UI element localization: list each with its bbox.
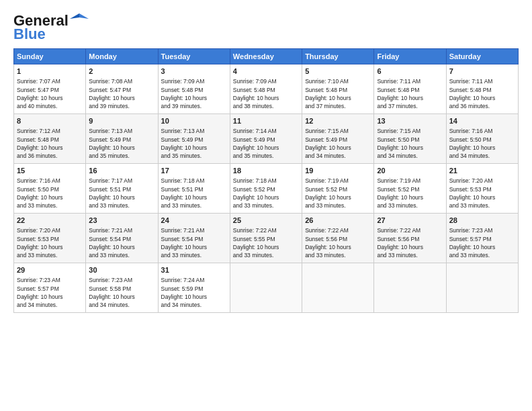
day-number: 29 xyxy=(17,265,83,275)
day-number: 15 xyxy=(17,166,83,176)
calendar-cell: 11Sunrise: 7:14 AM Sunset: 5:49 PM Dayli… xyxy=(230,114,302,164)
col-header-wednesday: Wednesday xyxy=(230,49,302,64)
day-number: 3 xyxy=(161,66,227,77)
calendar-cell: 23Sunrise: 7:21 AM Sunset: 5:54 PM Dayli… xyxy=(86,214,158,263)
calendar-cell: 1Sunrise: 7:07 AM Sunset: 5:47 PM Daylig… xyxy=(14,64,86,114)
calendar-cell: 10Sunrise: 7:13 AM Sunset: 5:49 PM Dayli… xyxy=(158,114,230,164)
day-info: Sunrise: 7:15 AM Sunset: 5:49 PM Dayligh… xyxy=(305,127,371,160)
calendar-week-4: 29Sunrise: 7:23 AM Sunset: 5:57 PM Dayli… xyxy=(14,263,519,313)
day-info: Sunrise: 7:23 AM Sunset: 5:57 PM Dayligh… xyxy=(17,276,83,309)
day-info: Sunrise: 7:13 AM Sunset: 5:49 PM Dayligh… xyxy=(89,127,154,160)
calendar-cell: 6Sunrise: 7:11 AM Sunset: 5:48 PM Daylig… xyxy=(374,64,446,114)
calendar-cell: 5Sunrise: 7:10 AM Sunset: 5:48 PM Daylig… xyxy=(302,64,374,114)
day-number: 27 xyxy=(377,216,443,226)
day-info: Sunrise: 7:19 AM Sunset: 5:52 PM Dayligh… xyxy=(377,177,443,210)
day-info: Sunrise: 7:16 AM Sunset: 5:50 PM Dayligh… xyxy=(17,177,83,210)
svg-marker-1 xyxy=(70,13,79,19)
calendar-cell: 3Sunrise: 7:09 AM Sunset: 5:48 PM Daylig… xyxy=(158,64,230,114)
calendar-cell: 15Sunrise: 7:16 AM Sunset: 5:50 PM Dayli… xyxy=(14,164,86,214)
col-header-sunday: Sunday xyxy=(14,49,86,64)
day-number: 6 xyxy=(377,66,443,77)
calendar-cell: 26Sunrise: 7:22 AM Sunset: 5:56 PM Dayli… xyxy=(302,214,374,263)
day-number: 10 xyxy=(161,116,227,126)
col-header-saturday: Saturday xyxy=(446,49,518,64)
calendar-cell: 31Sunrise: 7:24 AM Sunset: 5:59 PM Dayli… xyxy=(158,263,230,313)
day-number: 18 xyxy=(233,166,299,176)
day-info: Sunrise: 7:18 AM Sunset: 5:52 PM Dayligh… xyxy=(233,177,299,210)
day-info: Sunrise: 7:10 AM Sunset: 5:48 PM Dayligh… xyxy=(305,77,371,110)
day-info: Sunrise: 7:21 AM Sunset: 5:54 PM Dayligh… xyxy=(161,226,227,259)
calendar-week-1: 8Sunrise: 7:12 AM Sunset: 5:48 PM Daylig… xyxy=(14,114,519,164)
col-header-thursday: Thursday xyxy=(302,49,374,64)
day-number: 8 xyxy=(17,116,83,126)
day-number: 9 xyxy=(89,116,154,126)
calendar-header-row: SundayMondayTuesdayWednesdayThursdayFrid… xyxy=(14,49,519,64)
day-info: Sunrise: 7:11 AM Sunset: 5:48 PM Dayligh… xyxy=(449,77,515,110)
day-number: 1 xyxy=(17,66,83,77)
day-info: Sunrise: 7:09 AM Sunset: 5:48 PM Dayligh… xyxy=(161,77,227,110)
day-info: Sunrise: 7:08 AM Sunset: 5:47 PM Dayligh… xyxy=(89,77,154,110)
calendar-cell: 7Sunrise: 7:11 AM Sunset: 5:48 PM Daylig… xyxy=(446,64,518,114)
calendar-cell: 29Sunrise: 7:23 AM Sunset: 5:57 PM Dayli… xyxy=(14,263,86,313)
day-number: 30 xyxy=(89,265,154,275)
calendar-cell: 20Sunrise: 7:19 AM Sunset: 5:52 PM Dayli… xyxy=(374,164,446,214)
calendar-cell: 30Sunrise: 7:23 AM Sunset: 5:58 PM Dayli… xyxy=(86,263,158,313)
day-number: 12 xyxy=(305,116,371,126)
day-info: Sunrise: 7:11 AM Sunset: 5:48 PM Dayligh… xyxy=(377,77,443,110)
calendar-cell: 22Sunrise: 7:20 AM Sunset: 5:53 PM Dayli… xyxy=(14,214,86,263)
col-header-monday: Monday xyxy=(86,49,158,64)
day-number: 24 xyxy=(161,216,227,226)
calendar-cell: 16Sunrise: 7:17 AM Sunset: 5:51 PM Dayli… xyxy=(86,164,158,214)
day-info: Sunrise: 7:20 AM Sunset: 5:53 PM Dayligh… xyxy=(449,177,515,210)
logo: General Blue xyxy=(13,12,89,43)
page-header: General Blue xyxy=(13,12,519,43)
calendar-cell xyxy=(230,263,302,313)
day-number: 17 xyxy=(161,166,227,176)
day-info: Sunrise: 7:14 AM Sunset: 5:49 PM Dayligh… xyxy=(233,127,299,160)
day-info: Sunrise: 7:19 AM Sunset: 5:52 PM Dayligh… xyxy=(305,177,371,210)
col-header-tuesday: Tuesday xyxy=(158,49,230,64)
day-info: Sunrise: 7:12 AM Sunset: 5:48 PM Dayligh… xyxy=(17,127,83,160)
logo-blue: Blue xyxy=(13,26,46,43)
day-number: 4 xyxy=(233,66,299,77)
day-info: Sunrise: 7:22 AM Sunset: 5:56 PM Dayligh… xyxy=(377,226,443,259)
day-number: 20 xyxy=(377,166,443,176)
calendar-cell: 27Sunrise: 7:22 AM Sunset: 5:56 PM Dayli… xyxy=(374,214,446,263)
day-number: 19 xyxy=(305,166,371,176)
calendar-cell: 9Sunrise: 7:13 AM Sunset: 5:49 PM Daylig… xyxy=(86,114,158,164)
calendar-cell: 13Sunrise: 7:15 AM Sunset: 5:50 PM Dayli… xyxy=(374,114,446,164)
day-info: Sunrise: 7:21 AM Sunset: 5:54 PM Dayligh… xyxy=(89,226,154,259)
day-info: Sunrise: 7:15 AM Sunset: 5:50 PM Dayligh… xyxy=(377,127,443,160)
calendar-cell: 24Sunrise: 7:21 AM Sunset: 5:54 PM Dayli… xyxy=(158,214,230,263)
calendar-cell xyxy=(446,263,518,313)
day-number: 21 xyxy=(449,166,515,176)
col-header-friday: Friday xyxy=(374,49,446,64)
day-info: Sunrise: 7:22 AM Sunset: 5:55 PM Dayligh… xyxy=(233,226,299,259)
calendar-week-0: 1Sunrise: 7:07 AM Sunset: 5:47 PM Daylig… xyxy=(14,64,519,114)
calendar-week-3: 22Sunrise: 7:20 AM Sunset: 5:53 PM Dayli… xyxy=(14,214,519,263)
day-info: Sunrise: 7:20 AM Sunset: 5:53 PM Dayligh… xyxy=(17,226,83,259)
calendar-table: SundayMondayTuesdayWednesdayThursdayFrid… xyxy=(13,48,519,313)
day-number: 26 xyxy=(305,216,371,226)
day-info: Sunrise: 7:23 AM Sunset: 5:58 PM Dayligh… xyxy=(89,276,154,309)
calendar-cell: 19Sunrise: 7:19 AM Sunset: 5:52 PM Dayli… xyxy=(302,164,374,214)
day-number: 14 xyxy=(449,116,515,126)
day-number: 23 xyxy=(89,216,154,226)
calendar-cell: 25Sunrise: 7:22 AM Sunset: 5:55 PM Dayli… xyxy=(230,214,302,263)
day-number: 28 xyxy=(449,216,515,226)
calendar-cell: 21Sunrise: 7:20 AM Sunset: 5:53 PM Dayli… xyxy=(446,164,518,214)
day-number: 5 xyxy=(305,66,371,77)
day-number: 2 xyxy=(89,66,154,77)
calendar-cell: 18Sunrise: 7:18 AM Sunset: 5:52 PM Dayli… xyxy=(230,164,302,214)
day-info: Sunrise: 7:24 AM Sunset: 5:59 PM Dayligh… xyxy=(161,276,227,309)
calendar-cell: 2Sunrise: 7:08 AM Sunset: 5:47 PM Daylig… xyxy=(86,64,158,114)
day-number: 31 xyxy=(161,265,227,275)
calendar-cell: 28Sunrise: 7:23 AM Sunset: 5:57 PM Dayli… xyxy=(446,214,518,263)
day-info: Sunrise: 7:16 AM Sunset: 5:50 PM Dayligh… xyxy=(449,127,515,160)
day-info: Sunrise: 7:17 AM Sunset: 5:51 PM Dayligh… xyxy=(89,177,154,210)
svg-marker-0 xyxy=(79,13,89,19)
day-info: Sunrise: 7:22 AM Sunset: 5:56 PM Dayligh… xyxy=(305,226,371,259)
day-info: Sunrise: 7:23 AM Sunset: 5:57 PM Dayligh… xyxy=(449,226,515,259)
day-number: 25 xyxy=(233,216,299,226)
day-info: Sunrise: 7:13 AM Sunset: 5:49 PM Dayligh… xyxy=(161,127,227,160)
